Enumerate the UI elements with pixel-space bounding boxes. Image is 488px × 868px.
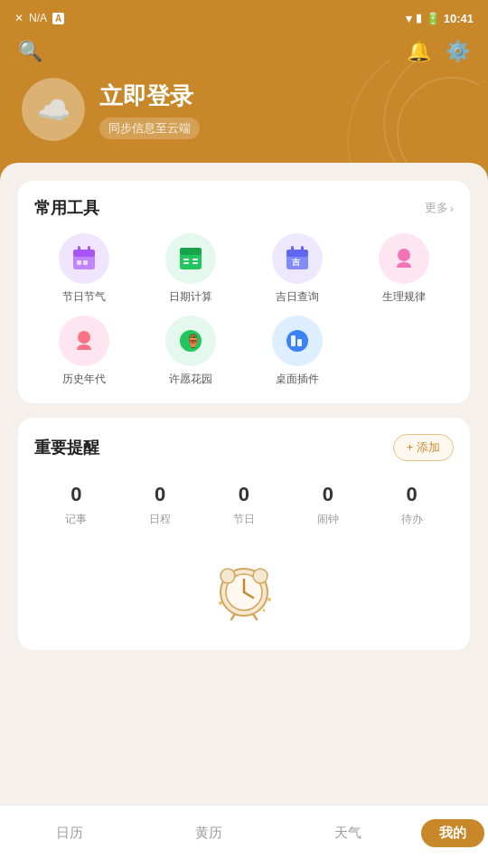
- nav-label-weather: 天气: [334, 825, 361, 842]
- svg-rect-26: [297, 339, 302, 346]
- header: 🔍 🔔 ⚙️: [0, 33, 488, 78]
- header-right-icons: 🔔 ⚙️: [407, 40, 470, 63]
- stat-notes[interactable]: 0 记事: [65, 483, 87, 527]
- profile-info: 立即登录 同步信息至云端: [99, 80, 200, 139]
- add-reminder-button[interactable]: + 添加: [393, 434, 454, 461]
- tool-item-datecalc[interactable]: 日期计算: [141, 233, 240, 305]
- status-left: ✕ N/A A: [14, 12, 64, 24]
- tool-label-auspicious: 吉日查询: [276, 289, 319, 305]
- nav-label-calendar: 日历: [56, 825, 83, 842]
- avatar-icon: ☁️: [37, 94, 70, 126]
- wifi-icon: ▾: [406, 12, 412, 25]
- svg-point-20: [398, 249, 410, 261]
- tool-item-history[interactable]: 历史年代: [34, 316, 134, 387]
- svg-rect-16: [286, 250, 308, 257]
- empty-svg: [208, 552, 280, 625]
- svg-point-38: [263, 609, 266, 612]
- tool-icon-auspicious: 吉: [272, 233, 323, 284]
- search-icon[interactable]: 🔍: [18, 40, 42, 63]
- tool-item-widget[interactable]: 桌面插件: [248, 316, 347, 387]
- svg-rect-10: [180, 248, 202, 255]
- tool-label-datecalc: 日期计算: [169, 289, 212, 305]
- tools-row1: 节日节气 日期计算 吉 吉日查询 生理规律: [34, 233, 454, 305]
- reminder-header: 重要提醒 + 添加: [34, 434, 454, 461]
- svg-text:吉: 吉: [292, 258, 301, 267]
- nav-item-almanac[interactable]: 黄历: [139, 806, 278, 861]
- tool-icon-physio: [379, 233, 429, 284]
- tool-label-garden: 许愿花园: [169, 372, 212, 387]
- svg-rect-11: [183, 259, 189, 260]
- nav-item-weather[interactable]: 天气: [278, 806, 418, 861]
- svg-rect-18: [301, 246, 304, 253]
- bell-icon[interactable]: 🔔: [407, 40, 431, 63]
- stat-holiday-label: 节日: [233, 512, 255, 527]
- svg-line-34: [253, 614, 257, 619]
- reminder-card: 重要提醒 + 添加 0 记事 0 日程 0 节日 0 闹钟 0: [18, 418, 470, 650]
- stat-alarm-num: 0: [323, 483, 333, 506]
- tool-item-festival[interactable]: 节日节气: [34, 233, 134, 305]
- svg-rect-12: [183, 262, 189, 264]
- tool-item-auspicious[interactable]: 吉 吉日查询: [248, 233, 347, 305]
- tool-item-garden[interactable]: 🏺 许愿花园: [141, 316, 240, 387]
- stat-todo-num: 0: [406, 483, 417, 506]
- nav-item-calendar[interactable]: 日历: [0, 806, 139, 861]
- svg-rect-25: [291, 335, 296, 346]
- stat-todo[interactable]: 0 待办: [401, 483, 423, 527]
- battery-icon: 🔋: [426, 12, 440, 25]
- reminder-stats: 0 记事 0 日程 0 节日 0 闹钟 0 待办: [34, 476, 454, 534]
- tool-icon-garden: 🏺: [165, 316, 216, 366]
- tools-header: 常用工具 更多 ›: [34, 197, 454, 219]
- stat-notes-label: 记事: [65, 512, 87, 527]
- svg-line-33: [231, 614, 235, 619]
- svg-point-21: [78, 331, 90, 344]
- tool-item-physio[interactable]: 生理规律: [354, 233, 454, 305]
- stat-schedule-num: 0: [155, 483, 165, 506]
- tools-row2: 历史年代 🏺 许愿花园 桌面插件: [34, 316, 454, 387]
- svg-rect-6: [88, 246, 90, 253]
- tool-icon-datecalc: [165, 233, 216, 284]
- profile-subtitle: 同步信息至云端: [99, 118, 200, 139]
- svg-text:🏺: 🏺: [185, 334, 202, 349]
- settings-icon[interactable]: ⚙️: [446, 40, 470, 63]
- profile-section: ☁️ 立即登录 同步信息至云端: [0, 78, 488, 163]
- svg-point-37: [225, 593, 228, 596]
- stat-holiday[interactable]: 0 节日: [233, 483, 255, 527]
- tools-more[interactable]: 更多 ›: [425, 200, 454, 216]
- status-a: A: [52, 13, 64, 24]
- svg-rect-7: [77, 260, 81, 265]
- tool-label-widget: 桌面插件: [276, 372, 319, 387]
- signal-icon: ▮: [416, 12, 422, 24]
- stat-notes-num: 0: [70, 483, 81, 506]
- tool-icon-widget: [272, 316, 323, 366]
- reminder-title: 重要提醒: [34, 437, 99, 458]
- stat-schedule[interactable]: 0 日程: [149, 483, 171, 527]
- tool-label-history: 历史年代: [62, 372, 106, 387]
- avatar[interactable]: ☁️: [22, 78, 85, 141]
- svg-rect-14: [192, 262, 198, 264]
- profile-title[interactable]: 立即登录: [99, 80, 200, 112]
- status-indicator: ✕: [14, 12, 23, 24]
- stat-todo-label: 待办: [401, 512, 423, 527]
- nav-label-almanac: 黄历: [195, 825, 222, 842]
- stat-holiday-num: 0: [239, 483, 249, 506]
- nav-item-mine[interactable]: 我的: [421, 819, 484, 847]
- status-na: N/A: [29, 12, 47, 24]
- chevron-right-icon: ›: [450, 202, 454, 215]
- svg-point-36: [267, 598, 271, 601]
- main-content: 常用工具 更多 › 节日节气 日期计算 吉: [0, 163, 488, 850]
- bottom-nav: 日历 黄历 天气 我的: [0, 805, 488, 868]
- tool-icon-festival: [59, 233, 109, 284]
- tool-label-physio: 生理规律: [382, 289, 426, 305]
- svg-point-35: [219, 601, 222, 605]
- tool-icon-history: [59, 316, 109, 366]
- stat-schedule-label: 日程: [149, 512, 171, 527]
- svg-point-32: [253, 569, 267, 583]
- svg-rect-13: [192, 259, 198, 260]
- stat-alarm[interactable]: 0 闹钟: [317, 483, 339, 527]
- svg-rect-4: [73, 250, 95, 257]
- stat-alarm-label: 闹钟: [317, 512, 339, 527]
- tools-title: 常用工具: [34, 197, 99, 219]
- svg-point-31: [221, 569, 235, 583]
- status-time: ▾ ▮ 🔋 10:41: [406, 12, 474, 25]
- status-bar: ✕ N/A A ▾ ▮ 🔋 10:41: [0, 0, 488, 33]
